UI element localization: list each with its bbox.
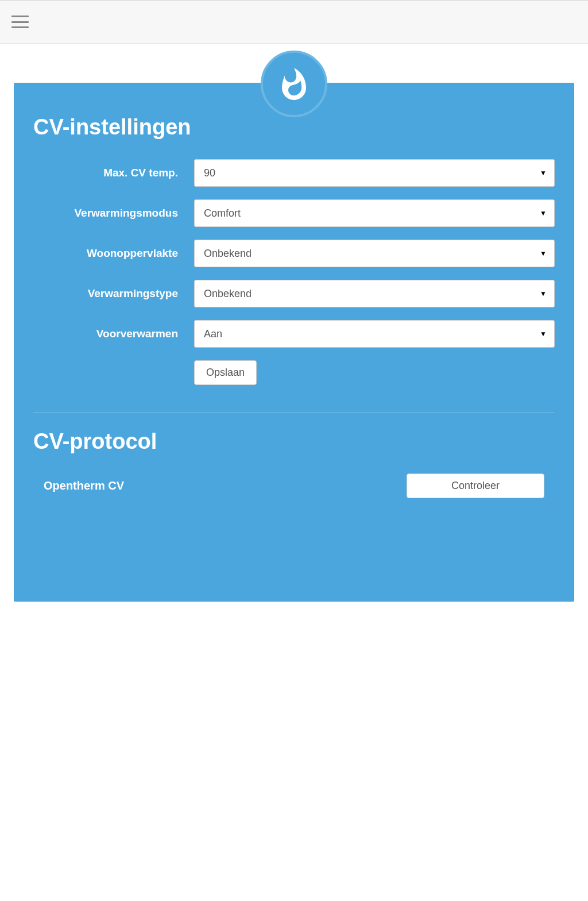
divider [33,413,555,413]
row-heating-type: Verwarmingstype Onbekend ▼ [33,280,555,307]
topbar [0,0,588,44]
select-living-area[interactable]: Onbekend [194,240,555,267]
save-button[interactable]: Opslaan [194,360,257,385]
check-button[interactable]: Controleer [407,473,544,498]
row-living-area: Woonoppervlakte Onbekend ▼ [33,240,555,267]
label-heating-type: Verwarmingstype [33,287,194,300]
label-heating-mode: Verwarmingsmodus [33,207,194,220]
row-max-cv-temp: Max. CV temp. 90 ▼ [33,159,555,187]
protocol-title: CV-protocol [33,429,555,454]
label-preheat: Voorverwarmen [33,328,194,340]
select-heating-type[interactable]: Onbekend [194,280,555,307]
label-max-cv-temp: Max. CV temp. [33,167,194,179]
hamburger-menu-icon[interactable] [11,16,29,28]
protocol-label: Opentherm CV [44,479,124,492]
cv-settings-card: CV-instellingen Max. CV temp. 90 ▼ Verwa… [14,83,574,602]
protocol-row: Opentherm CV Controleer [33,473,555,498]
select-max-cv-temp[interactable]: 90 [194,159,555,187]
settings-title: CV-instellingen [33,115,555,140]
row-preheat: Voorverwarmen Aan ▼ [33,320,555,348]
label-living-area: Woonoppervlakte [33,247,194,260]
page: CV-instellingen Max. CV temp. 90 ▼ Verwa… [0,83,588,625]
select-heating-mode[interactable]: Comfort [194,199,555,227]
flame-icon [261,51,327,117]
select-preheat[interactable]: Aan [194,320,555,348]
row-heating-mode: Verwarmingsmodus Comfort ▼ [33,199,555,227]
